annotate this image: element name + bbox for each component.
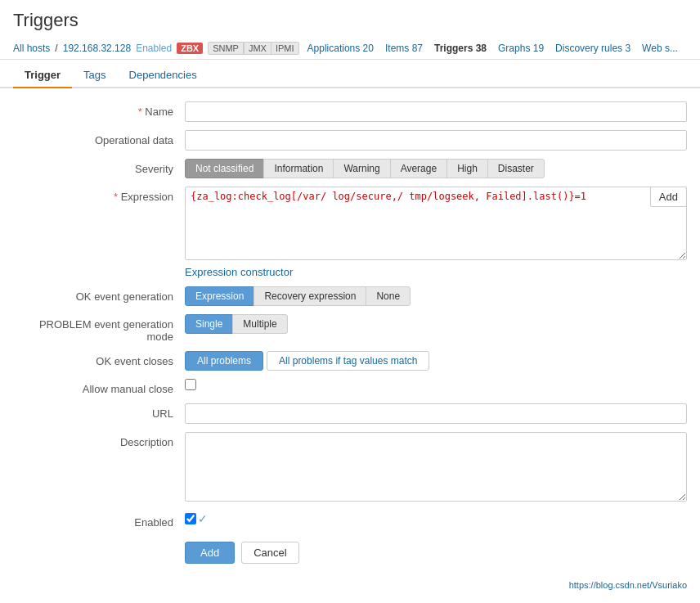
operational-data-row: Operational data [13, 130, 687, 151]
nav-items[interactable]: Items 87 [382, 41, 426, 56]
severity-control: Not classified Information Warning Avera… [185, 159, 687, 178]
url-row: URL [13, 403, 687, 424]
tabs-bar: Trigger Tags Dependencies [0, 63, 700, 88]
ok-event-gen-control: Expression Recovery expression None [185, 286, 687, 306]
sev-high[interactable]: High [446, 159, 488, 178]
ok-closes-tag-match[interactable]: All problems if tag values match [267, 351, 429, 371]
enabled-checkbox[interactable] [185, 513, 196, 524]
ok-event-gen-label: OK event generation [13, 286, 185, 303]
sev-warning[interactable]: Warning [333, 159, 390, 178]
sev-not-classified[interactable]: Not classified [185, 159, 264, 178]
host-bar: All hosts / 192.168.32.128 Enabled ZBX S… [0, 38, 700, 60]
url-control [185, 403, 687, 424]
expression-constructor-link[interactable]: Expression constructor [185, 266, 293, 278]
description-textarea[interactable] [185, 432, 687, 502]
name-control: secure文件出现登录错误 [185, 101, 687, 122]
nav-triggers[interactable]: Triggers 38 [431, 41, 490, 56]
url-label: URL [13, 403, 185, 420]
manual-close-row: Allow manual close [13, 379, 687, 395]
name-label: Name [13, 101, 185, 118]
ok-closes-group: All problems All problems if tag values … [185, 351, 687, 371]
protocol-badges: SNMP JMX IPMI [208, 42, 298, 55]
manual-close-label: Allow manual close [13, 379, 185, 395]
severity-group: Not classified Information Warning Avera… [185, 159, 687, 178]
snmp-badge: SNMP [208, 42, 244, 55]
sev-average[interactable]: Average [390, 159, 447, 178]
ok-event-gen-row: OK event generation Expression Recovery … [13, 286, 687, 306]
separator-1: / [55, 43, 57, 54]
prob-mode-single[interactable]: Single [185, 314, 233, 334]
host-ip-link[interactable]: 192.168.32.128 [63, 43, 131, 54]
ok-closes-all[interactable]: All problems [185, 351, 263, 371]
enabled-control: ✓ [185, 512, 687, 525]
ok-gen-none[interactable]: None [366, 286, 411, 306]
description-label: Description [13, 432, 185, 448]
tab-tags[interactable]: Tags [72, 63, 117, 88]
operational-data-control [185, 130, 687, 151]
expression-row: Expression {za_log:check_log[/var/ log/s… [13, 187, 687, 278]
nav-discovery[interactable]: Discovery rules 3 [552, 41, 634, 56]
description-row: Description [13, 432, 687, 504]
form-actions: Add Cancel [13, 542, 687, 564]
expression-textarea[interactable]: {za_log:check_log[/var/ log/secure,/ tmp… [185, 187, 687, 260]
sev-information[interactable]: Information [263, 159, 334, 178]
severity-row: Severity Not classified Information Warn… [13, 159, 687, 178]
expression-area: {za_log:check_log[/var/ log/secure,/ tmp… [185, 187, 687, 263]
ipmi-badge: IPMI [271, 42, 299, 55]
expression-control: {za_log:check_log[/var/ log/secure,/ tmp… [185, 187, 687, 278]
expression-add-button[interactable]: Add [650, 187, 687, 207]
severity-label: Severity [13, 159, 185, 175]
add-button[interactable]: Add [185, 542, 235, 564]
jmx-badge: JMX [244, 42, 271, 55]
ok-closes-label: OK event closes [13, 351, 185, 367]
nav-applications[interactable]: Applications 20 [304, 41, 377, 56]
url-input[interactable] [185, 403, 687, 424]
problem-mode-label: PROBLEM event generation mode [13, 314, 185, 343]
footer: https://blog.csdn.net/Vsuriako [0, 577, 700, 593]
tab-dependencies[interactable]: Dependencies [118, 63, 209, 88]
ok-closes-row: OK event closes All problems All problem… [13, 351, 687, 371]
ok-closes-control: All problems All problems if tag values … [185, 351, 687, 371]
manual-close-checkbox[interactable] [185, 379, 196, 390]
problem-mode-row: PROBLEM event generation mode Single Mul… [13, 314, 687, 343]
enabled-badge: Enabled [136, 43, 172, 54]
enabled-checkmark: ✓ [198, 512, 208, 525]
page-title: Triggers [0, 0, 700, 38]
expression-label: Expression [13, 187, 185, 203]
ok-gen-recovery[interactable]: Recovery expression [254, 286, 366, 306]
ok-event-gen-group: Expression Recovery expression None [185, 286, 687, 306]
nav-graphs[interactable]: Graphs 19 [495, 41, 547, 56]
operational-data-label: Operational data [13, 130, 185, 146]
enabled-row: Enabled ✓ [13, 512, 687, 529]
problem-mode-group: Single Multiple [185, 314, 687, 334]
operational-data-input[interactable] [185, 130, 687, 151]
prob-mode-multiple[interactable]: Multiple [232, 314, 287, 334]
zbx-badge: ZBX [177, 43, 203, 54]
tab-trigger[interactable]: Trigger [13, 63, 72, 88]
nav-web[interactable]: Web s... [639, 41, 681, 56]
manual-close-checkbox-wrap [185, 379, 687, 390]
all-hosts-link[interactable]: All hosts [13, 43, 50, 54]
enabled-checkbox-wrap: ✓ [185, 512, 687, 525]
manual-close-control [185, 379, 687, 390]
ok-gen-expression[interactable]: Expression [185, 286, 254, 306]
trigger-form: Name secure文件出现登录错误 Operational data Sev… [0, 88, 700, 577]
name-input[interactable]: secure文件出现登录错误 [185, 101, 687, 122]
cancel-button[interactable]: Cancel [241, 542, 298, 564]
name-row: Name secure文件出现登录错误 [13, 101, 687, 122]
problem-mode-control: Single Multiple [185, 314, 687, 334]
sev-disaster[interactable]: Disaster [487, 159, 545, 178]
description-control [185, 432, 687, 504]
enabled-label: Enabled [13, 512, 185, 529]
footer-link-text: https://blog.csdn.net/Vsuriako [569, 580, 687, 590]
